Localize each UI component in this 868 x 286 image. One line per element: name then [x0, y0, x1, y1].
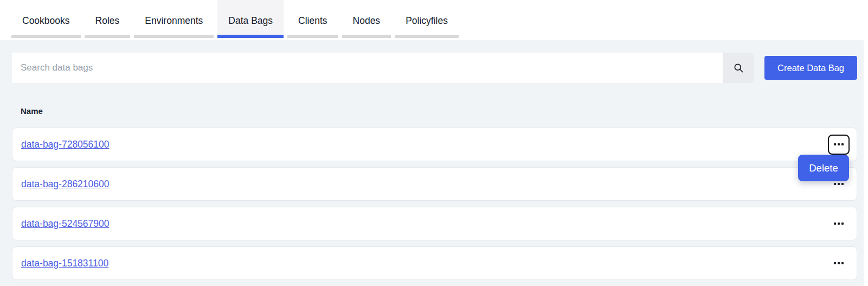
search-bar: [12, 53, 754, 83]
tab-label: Environments: [145, 15, 203, 27]
data-bag-link[interactable]: data-bag-151831100: [21, 258, 108, 269]
ellipsis-icon: [834, 143, 844, 145]
ellipsis-icon: [834, 223, 844, 225]
tab-nodes[interactable]: Nodes: [342, 0, 391, 38]
scrollbar-track[interactable]: [864, 40, 868, 286]
search-button[interactable]: [723, 53, 754, 83]
tab-clients[interactable]: Clients: [287, 0, 338, 38]
tabs-container: Cookbooks Roles Environments Data Bags C…: [11, 0, 459, 38]
data-bag-link[interactable]: data-bag-728056100: [21, 139, 110, 150]
tab-policyfiles[interactable]: Policyfiles: [395, 0, 459, 38]
ellipsis-icon: [834, 183, 844, 185]
toolbar-spacer: [754, 53, 764, 83]
ellipsis-icon: [834, 262, 844, 264]
magnifier-icon: [733, 62, 744, 73]
tab-cookbooks[interactable]: Cookbooks: [11, 0, 81, 38]
tab-roles[interactable]: Roles: [85, 0, 131, 38]
table-row: data-bag-286210600 Delete: [12, 167, 857, 201]
table-row: data-bag-524567900 Delete: [12, 207, 857, 240]
row-menu-button[interactable]: [828, 214, 850, 234]
search-input[interactable]: [12, 53, 723, 83]
tab-bar: Cookbooks Roles Environments Data Bags C…: [0, 0, 868, 40]
data-bag-link[interactable]: data-bag-286210600: [21, 179, 110, 190]
toolbar: Create Data Bag: [12, 53, 857, 83]
row-menu-button[interactable]: [828, 135, 850, 155]
delete-menu-item[interactable]: Delete: [798, 155, 849, 181]
tab-label: Clients: [298, 15, 327, 27]
tab-environments[interactable]: Environments: [134, 0, 214, 38]
tab-label: Policyfiles: [406, 15, 448, 27]
data-bag-list: data-bag-728056100 Delete data-bag-28621…: [12, 128, 857, 280]
tab-label: Nodes: [353, 15, 381, 27]
row-menu-button[interactable]: [828, 253, 850, 274]
tab-label: Cookbooks: [22, 15, 70, 27]
tab-label: Roles: [95, 15, 120, 27]
tab-label: Data Bags: [228, 15, 273, 27]
data-bag-link[interactable]: data-bag-524567900: [21, 218, 110, 230]
name-column-header: Name: [21, 106, 857, 116]
table-row: data-bag-151831100 Delete: [12, 246, 857, 280]
create-data-bag-button[interactable]: Create Data Bag: [764, 56, 857, 80]
table-row: data-bag-728056100 Delete: [12, 128, 857, 161]
tab-data-bags[interactable]: Data Bags: [217, 0, 284, 38]
